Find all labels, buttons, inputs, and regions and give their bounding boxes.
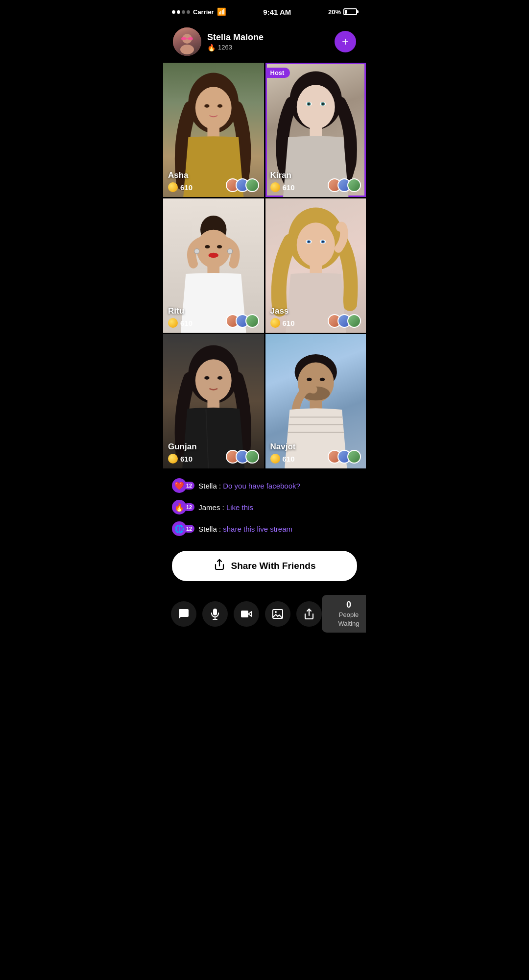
svg-point-38 — [204, 376, 209, 380]
msg-badge-2: 🔥 12 — [172, 500, 194, 514]
cell-bottom-gunjan: Gunjan 610 — [168, 442, 259, 464]
score-asha: 610 — [180, 183, 192, 192]
svg-point-24 — [217, 245, 222, 248]
camera-button[interactable] — [234, 601, 259, 627]
cell-name-score-asha: Asha 610 — [168, 171, 192, 192]
msg-num-1: 12 — [184, 482, 194, 490]
cell-bottom-kiran: Kiran 610 — [270, 171, 361, 192]
cell-score-jass: 610 — [270, 318, 295, 328]
profile-avatar — [173, 27, 201, 56]
status-bar: Carrier 📶 9:41 AM 20% — [163, 0, 366, 22]
msg-badge-1: ❤️ 12 — [172, 478, 194, 493]
coin-icon-jass — [270, 318, 280, 328]
svg-rect-35 — [310, 265, 322, 273]
cell-name-gunjan: Gunjan — [168, 442, 197, 452]
msg-text-2: James : Like this — [198, 503, 253, 512]
svg-point-17 — [322, 103, 324, 105]
score-jass: 610 — [283, 319, 295, 327]
host-badge: Host — [265, 68, 290, 78]
coin-icon-gunjan — [168, 454, 178, 464]
cell-score-gunjan: 610 — [168, 454, 197, 464]
chat-msg-1: ❤️ 12 Stella : Do you have facebook? — [172, 478, 357, 493]
cell-name-score-kiran: Kiran 610 — [270, 171, 295, 192]
msg-num-2: 12 — [184, 503, 194, 511]
mini-av-3-jass — [347, 314, 361, 328]
cell-avatars-asha — [226, 178, 259, 192]
svg-point-31 — [308, 241, 310, 243]
cell-name-navjot: Navjot — [270, 442, 296, 452]
profile-header: Stella Malone 🔥 1263 + — [163, 22, 366, 61]
bottom-bar: 0 People Waiting — [163, 589, 366, 638]
cell-avatars-navjot — [328, 450, 361, 464]
svg-point-22 — [227, 249, 232, 254]
cell-name-score-navjot: Navjot 610 — [270, 442, 296, 464]
status-right: 20% — [328, 8, 357, 16]
chat-button[interactable] — [171, 601, 196, 627]
svg-point-8 — [204, 104, 209, 108]
svg-rect-47 — [310, 400, 322, 409]
cell-name-score-gunjan: Gunjan 610 — [168, 442, 197, 464]
svg-point-39 — [217, 376, 222, 380]
cell-name-score-jass: Jass 610 — [270, 306, 295, 328]
svg-point-1 — [180, 45, 194, 54]
bottom-icons — [171, 601, 322, 627]
gallery-button[interactable] — [265, 601, 290, 627]
profile-info: Stella Malone 🔥 1263 — [207, 32, 328, 51]
mini-av-3-navjot — [347, 450, 361, 464]
battery-percent: 20% — [328, 8, 341, 16]
cell-score-navjot: 610 — [270, 454, 296, 464]
stream-cell-jass[interactable]: Jass 610 — [265, 198, 366, 333]
wifi-icon: 📶 — [217, 7, 226, 16]
add-button[interactable]: + — [335, 31, 356, 52]
msg-content-1: Do you have facebook? — [223, 482, 300, 490]
cell-name-kiran: Kiran — [270, 171, 295, 180]
svg-point-28 — [296, 222, 335, 267]
share-label: Share With Friends — [231, 561, 316, 571]
svg-point-45 — [319, 378, 324, 381]
svg-rect-3 — [188, 37, 193, 40]
cell-avatars-ritu — [226, 314, 259, 328]
coin-icon-navjot — [270, 454, 280, 464]
plus-icon: + — [342, 35, 349, 49]
coin-icon-ritu — [168, 318, 178, 328]
mic-button[interactable] — [202, 601, 228, 627]
cell-name-ritu: Ritu — [168, 306, 192, 316]
battery-icon — [343, 8, 357, 15]
dot-1 — [172, 10, 175, 14]
svg-point-20 — [196, 230, 231, 268]
stream-cell-navjot[interactable]: Navjot 610 — [265, 334, 366, 468]
svg-point-21 — [194, 249, 199, 254]
status-time: 9:41 AM — [263, 8, 291, 16]
battery-fill — [345, 10, 347, 14]
share-icon — [214, 559, 225, 573]
score-value: 1263 — [218, 44, 232, 51]
coin-icon-kiran — [270, 182, 280, 192]
share-button[interactable] — [296, 601, 322, 627]
svg-rect-2 — [181, 37, 186, 40]
cell-score-kiran: 610 — [270, 182, 295, 192]
msg-content-3: share this live stream — [223, 525, 292, 533]
msg-text-3: Stella : share this live stream — [198, 525, 292, 533]
people-label: People Waiting — [338, 611, 360, 627]
people-waiting: 0 People Waiting — [322, 595, 366, 633]
dot-4 — [187, 10, 190, 14]
svg-point-44 — [307, 378, 312, 381]
msg-num-3: 12 — [184, 525, 194, 533]
mini-av-3-gunjan — [245, 450, 259, 464]
stream-grid: Asha 610 — [163, 63, 366, 468]
mini-av-3-kiran — [347, 178, 361, 192]
svg-point-11 — [296, 85, 335, 129]
cell-bottom-ritu: Ritu 610 — [168, 306, 259, 328]
svg-rect-7 — [207, 127, 219, 137]
mini-av-3 — [245, 178, 259, 192]
share-with-friends-button[interactable]: Share With Friends — [172, 551, 357, 581]
cell-score-asha: 610 — [168, 182, 192, 192]
stream-cell-gunjan[interactable]: Gunjan 610 — [163, 334, 264, 468]
svg-rect-18 — [310, 127, 322, 137]
svg-rect-26 — [207, 266, 219, 274]
stream-cell-ritu[interactable]: Ritu 610 — [163, 198, 264, 333]
stream-cell-asha[interactable]: Asha 610 — [163, 63, 264, 197]
people-count: 0 — [329, 600, 366, 610]
stream-cell-kiran[interactable]: Host Kiran 610 — [265, 63, 366, 197]
msg-text-1: Stella : Do you have facebook? — [198, 482, 300, 490]
